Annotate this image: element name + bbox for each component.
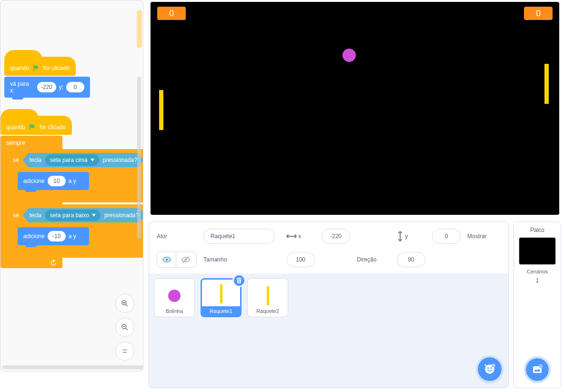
- stage-panel-title: Palco: [514, 222, 561, 236]
- event-hat-flag-clicked[interactable]: quando for clicado: [4, 57, 76, 76]
- score-left-display: 0: [157, 7, 186, 20]
- if-label: se: [13, 157, 19, 163]
- stage-panel: Palco Cenários 1: [514, 221, 561, 388]
- chevron-down-icon: [91, 159, 94, 161]
- label: tecla: [30, 212, 41, 219]
- y-axis-icon: y: [397, 231, 425, 241]
- delete-sprite-button[interactable]: [232, 274, 246, 287]
- green-flag-icon: [28, 123, 37, 131]
- sprite-thumb: [165, 286, 184, 305]
- svg-line-1: [126, 304, 128, 306]
- sprite-name: Bolinha: [166, 308, 183, 314]
- green-flag-icon: [32, 64, 40, 72]
- control-forever-block[interactable]: sempre se tecla seta para cima: [0, 136, 62, 268]
- zoom-in-button[interactable]: [115, 294, 134, 313]
- stage-thumbnail[interactable]: [519, 237, 556, 265]
- ator-label: Ator: [157, 233, 197, 240]
- svg-line-5: [126, 328, 128, 330]
- mostrar-label: Mostrar: [467, 233, 501, 240]
- stage-area: 0 0: [149, 0, 561, 217]
- label: y:: [59, 84, 63, 90]
- repeat-arrow-icon: [49, 259, 58, 267]
- chevron-down-icon: [92, 214, 96, 217]
- workspace-zoom-controls: =: [115, 294, 134, 361]
- hide-button[interactable]: [176, 252, 195, 267]
- direcao-label: Direção: [357, 256, 390, 263]
- control-if-block[interactable]: se tecla seta para baixo pressionada?: [7, 204, 143, 258]
- label: vá para x:: [10, 80, 34, 94]
- add-sprite-button[interactable]: [478, 357, 502, 381]
- backdrops-count: 1: [536, 277, 539, 284]
- label: a y: [69, 178, 76, 184]
- sprite-info-bar: Ator Raquete1 x -220 y 0 Mostrar: [149, 222, 508, 273]
- label: adicione: [23, 233, 45, 240]
- label: tecla: [30, 157, 41, 163]
- sprite-name: Raquete1: [202, 306, 240, 316]
- sprite-tile-raquete2[interactable]: Raquete2: [247, 278, 288, 317]
- add-backdrop-button[interactable]: [526, 358, 549, 381]
- label: adicione: [23, 178, 45, 184]
- paddle-left-sprite[interactable]: [159, 90, 163, 130]
- sprite-panel: Ator Raquete1 x -220 y 0 Mostrar: [149, 221, 509, 388]
- x-axis-icon: x: [286, 233, 315, 240]
- sprite-list: Bolinha Raquete1: [149, 273, 508, 388]
- backpack-panel[interactable]: [0, 371, 143, 372]
- input-value[interactable]: -10: [48, 231, 66, 241]
- show-button[interactable]: [157, 252, 176, 267]
- label: pressionada?: [103, 157, 137, 163]
- sprite-size-input[interactable]: 100: [286, 252, 315, 267]
- workspace-scrollbar-horizontal[interactable]: [2, 365, 143, 369]
- if-label: se: [13, 212, 19, 219]
- blocks-workspace[interactable]: quando for clicado vá para x: -220 y: 0: [0, 0, 143, 372]
- sprite-x-input[interactable]: -220: [322, 229, 350, 244]
- script-stack-2[interactable]: quando for clicado sempre se: [0, 116, 72, 268]
- script-stack-1[interactable]: quando for clicado vá para x: -220 y: 0: [4, 57, 90, 98]
- backdrops-label: Cenários: [527, 269, 548, 274]
- input-value[interactable]: 10: [48, 176, 66, 186]
- input-x[interactable]: -220: [37, 82, 56, 92]
- zoom-out-button[interactable]: [115, 318, 134, 337]
- forever-label: sempre: [6, 140, 25, 146]
- hat-text-suffix: for clicado: [43, 65, 70, 71]
- sensing-key-pressed[interactable]: tecla seta para cima pressionada?: [23, 153, 143, 167]
- svg-point-13: [487, 367, 489, 369]
- tamanho-label: Tamanho: [203, 256, 280, 263]
- motion-change-y-block[interactable]: adicione 10 a y: [18, 172, 89, 190]
- zoom-reset-button[interactable]: =: [115, 342, 134, 361]
- event-hat-flag-clicked[interactable]: quando for clicado: [0, 116, 72, 135]
- svg-point-9: [165, 259, 168, 261]
- sprite-tile-raquete1[interactable]: Raquete1: [201, 278, 242, 317]
- sprite-name-input[interactable]: Raquete1: [203, 229, 275, 244]
- label: pressionada?: [104, 212, 139, 219]
- sprite-y-input[interactable]: 0: [432, 229, 461, 244]
- ball-sprite[interactable]: [342, 49, 356, 62]
- sprite-thumb: [212, 284, 231, 303]
- workspace-scrollbar-vertical[interactable]: [137, 5, 141, 338]
- score-right-display: 0: [524, 7, 553, 20]
- visibility-toggle: [157, 251, 197, 268]
- hat-text-suffix: for clicado: [40, 124, 66, 131]
- key-dropdown[interactable]: seta para baixo: [45, 210, 101, 221]
- sensing-key-pressed[interactable]: tecla seta para baixo pressionada?: [23, 208, 143, 222]
- input-y[interactable]: 0: [66, 82, 84, 92]
- svg-point-14: [491, 367, 492, 369]
- motion-goto-xy-block[interactable]: vá para x: -220 y: 0: [4, 77, 90, 98]
- hat-text-prefix: quando: [6, 124, 25, 131]
- sprite-direction-input[interactable]: 90: [397, 252, 425, 267]
- stage-canvas[interactable]: 0 0: [151, 2, 559, 215]
- hat-text-prefix: quando: [10, 65, 29, 71]
- label: a y: [69, 233, 76, 240]
- sprite-name: Raquete2: [256, 308, 279, 314]
- control-if-block[interactable]: se tecla seta para cima pressionada?: [7, 149, 143, 202]
- key-dropdown[interactable]: seta para cima: [45, 154, 99, 166]
- paddle-right-sprite[interactable]: [544, 64, 549, 104]
- sprite-tile-bolinha[interactable]: Bolinha: [154, 278, 195, 317]
- sprite-thumb: [258, 286, 277, 305]
- motion-change-y-block[interactable]: adicione -10 a y: [18, 227, 89, 245]
